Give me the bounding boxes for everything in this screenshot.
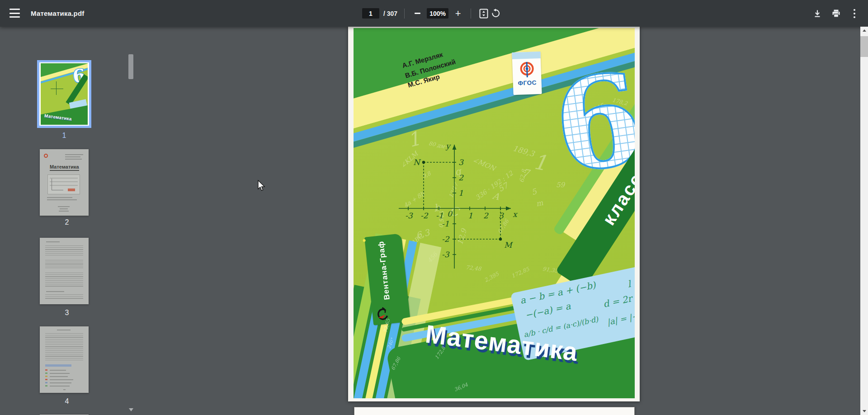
download-button[interactable] [812, 8, 823, 19]
up-arrow-icon [863, 29, 866, 32]
page-number-input[interactable] [362, 8, 379, 19]
math-scribble: 91,35 [542, 266, 558, 274]
kebab-menu-icon [853, 9, 856, 19]
pdf-page-2-edge [354, 407, 635, 415]
download-icon [813, 9, 822, 18]
y-tick: 1 [458, 189, 463, 198]
y-axis-label: y [445, 141, 451, 151]
more-options-button[interactable] [849, 8, 860, 19]
thumbnail-page-4[interactable] [40, 326, 89, 393]
plus-icon: + [455, 9, 461, 18]
print-icon [831, 9, 841, 18]
toolbar-divider [471, 9, 471, 19]
thumbnail-label-4: 4 [40, 397, 94, 406]
book-cover: ∠KLM189,380 дм²∠MON336 · 192 : 125762,84… [354, 28, 635, 398]
sidebar-scrollbar-thumb[interactable] [128, 54, 133, 79]
x-tick: -3 [405, 211, 413, 220]
math-scribble: 7 [522, 167, 530, 179]
x-tick: 1 [468, 211, 473, 220]
main-scrollbar[interactable] [860, 27, 868, 415]
rotate-counterclockwise-icon [491, 9, 500, 18]
origin-label: 0 [447, 209, 453, 218]
scroll-down-button[interactable] [860, 407, 868, 415]
y-tick: -2 [442, 235, 450, 244]
toolbar-right-actions [812, 0, 860, 27]
point-n-label: N [413, 158, 421, 167]
scroll-up-button[interactable] [860, 27, 868, 34]
sidebar-scroll-down-arrow[interactable] [129, 408, 133, 411]
y-tick: 3 [458, 158, 464, 167]
page-count-label: / 307 [383, 10, 397, 17]
page-zoom-controls: / 307 100% + [362, 0, 501, 27]
main-scrollbar-thumb[interactable] [860, 36, 868, 57]
thumbnail-page-3[interactable] [40, 238, 89, 304]
math-scribble: 5 [530, 187, 538, 197]
thumbnail-cover-art: 6 Математика [41, 63, 88, 125]
fit-to-page-button[interactable] [478, 8, 490, 19]
zoom-level-value: 100% [427, 8, 448, 19]
publisher-name: Вентана-Граф [377, 241, 392, 300]
fit-to-page-icon [479, 9, 488, 19]
x-tick: 2 [483, 211, 489, 220]
formula: a − b = a + (−b) [519, 279, 597, 306]
thumbnail-label-3: 3 [40, 309, 94, 317]
pdf-page-1: ∠KLM189,380 дм²∠MON336 · 192 : 125762,84… [348, 27, 640, 401]
fgos-logo-icon [518, 61, 536, 78]
math-scribble: m [535, 198, 544, 208]
formula: |a| = |−a| [606, 309, 635, 327]
down-arrow-icon [863, 410, 866, 412]
mini-title-page-text: Математика [50, 164, 79, 171]
minus-icon [415, 13, 420, 14]
thumbnail-label-2: 2 [40, 218, 94, 226]
zoom-out-button[interactable] [411, 8, 423, 19]
rotate-button[interactable] [490, 8, 501, 19]
x-tick: -2 [420, 211, 429, 220]
zoom-in-button[interactable]: + [452, 8, 464, 19]
y-tick: -1 [442, 219, 449, 228]
thumbnail-sidebar: 6 Математика 1 Математика [0, 27, 136, 415]
x-tick: -1 [436, 211, 443, 220]
math-scribble: 2,395 [483, 271, 500, 283]
thumbnail-page-1[interactable]: 6 Математика [37, 60, 91, 128]
fgos-badge: ФГОС [512, 52, 542, 95]
document-title: Математика.pdf [31, 0, 84, 27]
x-tick: 3 [499, 211, 504, 220]
mouse-cursor [257, 180, 265, 192]
y-tick: 2 [458, 173, 464, 182]
point-m-label: M [504, 241, 513, 250]
x-axis-label: x [513, 210, 518, 219]
print-button[interactable] [830, 8, 841, 19]
pdf-toolbar: Математика.pdf / 307 100% + [0, 0, 868, 27]
thumbnail-label-1: 1 [37, 132, 91, 140]
formula: d = 2r [602, 293, 633, 310]
pdf-viewer-window: Математика.pdf / 307 100% + [0, 0, 868, 415]
toolbar-divider [404, 9, 405, 19]
menu-icon[interactable] [9, 8, 21, 19]
formula: l = 2πr [627, 272, 635, 289]
thumbnail-page-2[interactable]: Математика [40, 149, 89, 216]
fgos-label: ФГОС [518, 79, 537, 86]
